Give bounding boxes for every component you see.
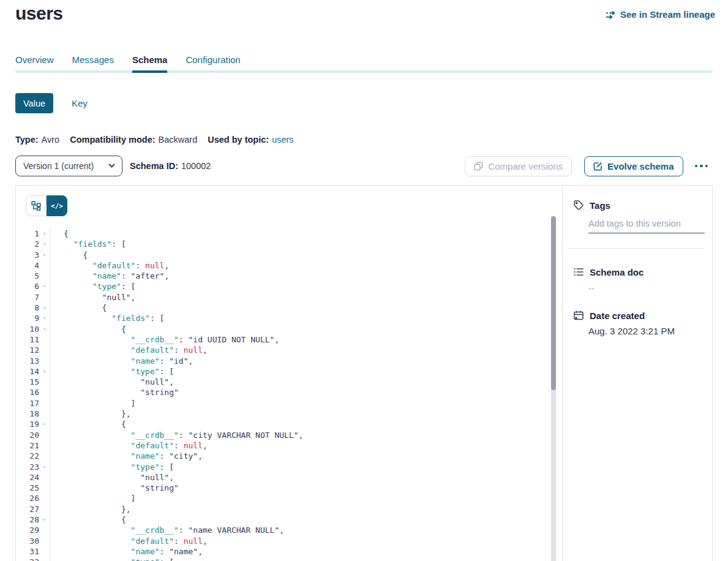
fold-arrow-icon[interactable]: ▾ <box>39 514 50 525</box>
fold-arrow-icon[interactable]: ▾ <box>39 239 50 249</box>
add-tags-input[interactable] <box>588 219 705 233</box>
code-text: ] <box>50 398 135 409</box>
fold-arrow-icon[interactable]: ▾ <box>39 313 50 323</box>
schema-editor: </> 1▾{2▾ "fields": [3▾ {4 "default": nu… <box>16 186 563 561</box>
schema-doc-value: -- <box>588 283 712 293</box>
scrollbar-thumb[interactable] <box>551 216 556 390</box>
fold-arrow-icon[interactable]: ▾ <box>39 557 50 561</box>
line-number: 22 <box>16 451 39 461</box>
code-line-17: 17 ] <box>16 398 562 409</box>
tree-view-icon <box>31 201 41 211</box>
code-text: { <box>50 303 107 313</box>
code-line-5: 5 "name": "after", <box>16 271 562 281</box>
code-text: ] <box>50 493 135 503</box>
code-text: "null", <box>50 377 174 387</box>
schema-id-value: 100002 <box>181 161 211 171</box>
compare-versions-button[interactable]: Compare versions <box>465 156 572 176</box>
gutter-spacer <box>39 387 50 397</box>
see-in-stream-lineage-link[interactable]: See in Stream lineage <box>606 9 715 20</box>
editor-scrollbar[interactable] <box>551 216 556 561</box>
line-number: 3 <box>16 250 39 260</box>
code-line-15: 15 "null", <box>16 377 562 387</box>
code-text: { <box>50 228 69 239</box>
line-number: 4 <box>16 260 39 271</box>
line-number: 12 <box>16 345 39 355</box>
more-options-button[interactable] <box>690 161 713 171</box>
edit-icon <box>593 162 602 171</box>
compare-icon <box>474 162 483 171</box>
fold-arrow-icon[interactable]: ▾ <box>39 419 50 429</box>
schema-doc-icon <box>573 266 584 277</box>
code-line-9: 9▾ "fields": [ <box>16 313 562 323</box>
code-text: "string" <box>50 387 179 397</box>
tag-icon <box>573 200 584 211</box>
value-toggle-button[interactable]: Value <box>15 93 53 113</box>
code-line-31: 31 "name": "name", <box>16 546 562 557</box>
line-number: 1 <box>16 228 39 239</box>
schema-meta: Type: Avro Compatibility mode: Backward … <box>15 135 294 145</box>
code-text: "name": "name", <box>50 546 203 557</box>
line-number: 13 <box>16 356 39 366</box>
code-text: "name": "id", <box>50 356 193 366</box>
tab-bar: Overview Messages Schema Configuration <box>15 55 713 73</box>
code-text: "__crdb__": "id UUID NOT NULL", <box>50 334 279 345</box>
type-value: Avro <box>42 135 60 145</box>
line-number: 8 <box>16 303 39 313</box>
date-created-title: Date created <box>590 311 645 321</box>
line-number: 2 <box>16 239 39 249</box>
fold-arrow-icon[interactable]: ▾ <box>39 281 50 292</box>
evolve-schema-button[interactable]: Evolve schema <box>584 156 683 176</box>
gutter-spacer <box>39 356 50 366</box>
line-number: 28 <box>16 514 39 525</box>
code-line-12: 12 "default": null, <box>16 345 562 355</box>
gutter-spacer <box>39 377 50 387</box>
tab-overview[interactable]: Overview <box>15 55 54 73</box>
line-number: 31 <box>16 546 39 557</box>
code-text: }, <box>50 409 131 419</box>
code-line-20: 20 "__crdb__": "city VARCHAR NOT NULL", <box>16 430 562 440</box>
schema-card: </> 1▾{2▾ "fields": [3▾ {4 "default": nu… <box>15 185 713 561</box>
line-number: 18 <box>16 409 39 419</box>
side-divider <box>568 248 704 249</box>
line-number: 21 <box>16 440 39 451</box>
code-text: { <box>50 514 126 525</box>
fold-arrow-icon[interactable]: ▾ <box>39 324 50 334</box>
line-number: 29 <box>16 525 39 535</box>
code-text: "null", <box>50 472 174 483</box>
tree-view-button[interactable] <box>26 195 47 216</box>
code-text: { <box>50 250 88 260</box>
fold-arrow-icon[interactable]: ▾ <box>39 250 50 260</box>
gutter-spacer <box>39 409 50 419</box>
line-number: 24 <box>16 472 39 483</box>
fold-arrow-icon[interactable]: ▾ <box>39 303 50 313</box>
code-text: "type": [ <box>50 557 174 561</box>
ellipsis-icon <box>695 165 698 168</box>
tab-schema[interactable]: Schema <box>132 55 168 73</box>
fold-arrow-icon[interactable]: ▾ <box>39 228 50 239</box>
code-line-25: 25 "string" <box>16 483 562 493</box>
tab-messages[interactable]: Messages <box>72 55 114 73</box>
line-number: 27 <box>16 504 39 514</box>
code-text: { <box>50 419 126 429</box>
tab-configuration[interactable]: Configuration <box>186 55 240 73</box>
code-line-7: 7 "null", <box>16 292 562 303</box>
line-number: 9 <box>16 313 39 323</box>
gutter-spacer <box>39 345 50 355</box>
fold-arrow-icon[interactable]: ▾ <box>39 462 50 472</box>
code-view-icon: </> <box>51 202 63 210</box>
code-text: "type": [ <box>50 281 135 292</box>
code-line-29: 29 "__crdb__": "name VARCHAR NULL", <box>16 525 562 535</box>
code-text: "default": null, <box>50 440 208 451</box>
line-number: 30 <box>16 536 39 546</box>
line-number: 10 <box>16 324 39 334</box>
date-created-value: Aug. 3 2022 3:21 PM <box>588 326 712 336</box>
key-toggle-link[interactable]: Key <box>72 98 88 108</box>
topic-link[interactable]: users <box>272 135 293 145</box>
code-line-27: 27 }, <box>16 504 562 514</box>
gutter-spacer <box>39 271 50 281</box>
compatibility-label: Compatibility mode: <box>70 135 155 145</box>
code-text: "name": "city", <box>50 451 203 461</box>
fold-arrow-icon[interactable]: ▾ <box>39 366 50 377</box>
version-select[interactable]: Version 1 (current) <box>15 156 122 176</box>
code-view-button[interactable]: </> <box>47 195 67 216</box>
